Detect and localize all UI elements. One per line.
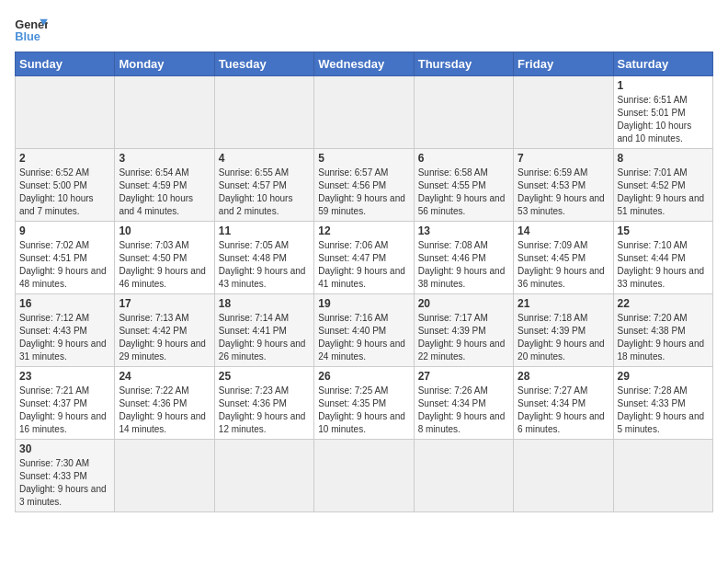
calendar-cell: 22Sunrise: 7:20 AM Sunset: 4:38 PM Dayli…	[613, 294, 712, 367]
day-info: Sunrise: 7:28 AM Sunset: 4:33 PM Dayligh…	[618, 385, 709, 436]
day-info: Sunrise: 7:27 AM Sunset: 4:34 PM Dayligh…	[518, 385, 609, 436]
day-number: 24	[119, 370, 210, 383]
day-number: 25	[219, 370, 310, 383]
calendar-cell	[314, 76, 414, 149]
calendar-cell: 2Sunrise: 6:52 AM Sunset: 5:00 PM Daylig…	[16, 149, 115, 222]
weekday-header-row: Sunday Monday Tuesday Wednesday Thursday…	[16, 52, 713, 76]
day-number: 1	[618, 79, 709, 92]
day-info: Sunrise: 7:10 AM Sunset: 4:44 PM Dayligh…	[618, 239, 709, 291]
calendar-row: 23Sunrise: 7:21 AM Sunset: 4:37 PM Dayli…	[16, 367, 713, 440]
calendar-cell	[214, 76, 313, 149]
day-info: Sunrise: 7:09 AM Sunset: 4:45 PM Dayligh…	[518, 239, 609, 291]
calendar-cell: 8Sunrise: 7:01 AM Sunset: 4:52 PM Daylig…	[613, 149, 712, 222]
day-number: 3	[119, 152, 210, 165]
calendar-cell: 29Sunrise: 7:28 AM Sunset: 4:33 PM Dayli…	[613, 367, 712, 440]
day-info: Sunrise: 7:14 AM Sunset: 4:41 PM Dayligh…	[219, 312, 310, 363]
day-info: Sunrise: 6:52 AM Sunset: 5:00 PM Dayligh…	[19, 167, 110, 218]
calendar-cell	[414, 440, 513, 512]
day-number: 8	[618, 152, 709, 165]
day-number: 28	[518, 370, 609, 383]
logo: General Blue	[15, 17, 48, 44]
day-number: 11	[219, 224, 310, 237]
calendar-cell: 20Sunrise: 7:17 AM Sunset: 4:39 PM Dayli…	[414, 294, 513, 367]
calendar-cell: 27Sunrise: 7:26 AM Sunset: 4:34 PM Dayli…	[414, 367, 513, 440]
day-number: 18	[219, 297, 310, 310]
calendar-cell: 12Sunrise: 7:06 AM Sunset: 4:47 PM Dayli…	[314, 222, 414, 294]
calendar-cell	[115, 440, 214, 512]
day-number: 2	[19, 152, 110, 165]
calendar-cell: 14Sunrise: 7:09 AM Sunset: 4:45 PM Dayli…	[514, 222, 613, 294]
svg-text:Blue: Blue	[15, 29, 40, 43]
day-info: Sunrise: 6:55 AM Sunset: 4:57 PM Dayligh…	[219, 167, 310, 218]
calendar-cell: 28Sunrise: 7:27 AM Sunset: 4:34 PM Dayli…	[514, 367, 613, 440]
calendar-cell: 30Sunrise: 7:30 AM Sunset: 4:33 PM Dayli…	[16, 440, 115, 512]
calendar-cell	[613, 440, 712, 512]
day-info: Sunrise: 7:01 AM Sunset: 4:52 PM Dayligh…	[618, 167, 709, 218]
day-info: Sunrise: 7:20 AM Sunset: 4:38 PM Dayligh…	[618, 312, 709, 363]
calendar-cell	[214, 440, 313, 512]
calendar-cell: 25Sunrise: 7:23 AM Sunset: 4:36 PM Dayli…	[214, 367, 313, 440]
day-number: 4	[219, 152, 310, 165]
calendar-cell	[414, 76, 513, 149]
calendar-row: 30Sunrise: 7:30 AM Sunset: 4:33 PM Dayli…	[16, 440, 713, 512]
day-number: 17	[119, 297, 210, 310]
day-info: Sunrise: 7:26 AM Sunset: 4:34 PM Dayligh…	[418, 385, 509, 436]
day-number: 14	[518, 224, 609, 237]
calendar-cell: 15Sunrise: 7:10 AM Sunset: 4:44 PM Dayli…	[613, 222, 712, 294]
calendar-cell: 11Sunrise: 7:05 AM Sunset: 4:48 PM Dayli…	[214, 222, 313, 294]
calendar-cell: 18Sunrise: 7:14 AM Sunset: 4:41 PM Dayli…	[214, 294, 313, 367]
day-number: 6	[418, 152, 509, 165]
day-number: 26	[318, 370, 409, 383]
calendar-cell: 24Sunrise: 7:22 AM Sunset: 4:36 PM Dayli…	[115, 367, 214, 440]
day-info: Sunrise: 6:59 AM Sunset: 4:53 PM Dayligh…	[518, 167, 609, 218]
calendar-row: 1Sunrise: 6:51 AM Sunset: 5:01 PM Daylig…	[16, 76, 713, 149]
day-info: Sunrise: 7:22 AM Sunset: 4:36 PM Dayligh…	[119, 385, 210, 436]
day-number: 15	[618, 224, 709, 237]
day-info: Sunrise: 7:02 AM Sunset: 4:51 PM Dayligh…	[19, 239, 110, 291]
calendar-cell: 21Sunrise: 7:18 AM Sunset: 4:39 PM Dayli…	[514, 294, 613, 367]
day-info: Sunrise: 7:16 AM Sunset: 4:40 PM Dayligh…	[318, 312, 409, 363]
logo-icon: General Blue	[15, 17, 48, 44]
day-number: 7	[518, 152, 609, 165]
calendar-row: 16Sunrise: 7:12 AM Sunset: 4:43 PM Dayli…	[16, 294, 713, 367]
calendar-cell: 17Sunrise: 7:13 AM Sunset: 4:42 PM Dayli…	[115, 294, 214, 367]
day-info: Sunrise: 6:58 AM Sunset: 4:55 PM Dayligh…	[418, 167, 509, 218]
day-info: Sunrise: 7:25 AM Sunset: 4:35 PM Dayligh…	[318, 385, 409, 436]
header-tuesday: Tuesday	[214, 52, 313, 76]
header-sunday: Sunday	[16, 52, 115, 76]
day-info: Sunrise: 7:05 AM Sunset: 4:48 PM Dayligh…	[219, 239, 310, 291]
calendar-table: Sunday Monday Tuesday Wednesday Thursday…	[15, 52, 713, 512]
header-saturday: Saturday	[613, 52, 712, 76]
day-info: Sunrise: 7:23 AM Sunset: 4:36 PM Dayligh…	[219, 385, 310, 436]
day-number: 23	[19, 370, 110, 383]
day-info: Sunrise: 7:17 AM Sunset: 4:39 PM Dayligh…	[418, 312, 509, 363]
header-monday: Monday	[115, 52, 214, 76]
header-wednesday: Wednesday	[314, 52, 414, 76]
calendar-cell: 26Sunrise: 7:25 AM Sunset: 4:35 PM Dayli…	[314, 367, 414, 440]
calendar-cell: 1Sunrise: 6:51 AM Sunset: 5:01 PM Daylig…	[613, 76, 712, 149]
day-info: Sunrise: 7:30 AM Sunset: 4:33 PM Dayligh…	[19, 457, 110, 509]
day-number: 12	[318, 224, 409, 237]
day-number: 16	[19, 297, 110, 310]
day-info: Sunrise: 7:03 AM Sunset: 4:50 PM Dayligh…	[119, 239, 210, 291]
header: General Blue	[15, 9, 713, 44]
day-number: 5	[318, 152, 409, 165]
day-number: 10	[119, 224, 210, 237]
calendar-cell: 16Sunrise: 7:12 AM Sunset: 4:43 PM Dayli…	[16, 294, 115, 367]
calendar-cell: 10Sunrise: 7:03 AM Sunset: 4:50 PM Dayli…	[115, 222, 214, 294]
calendar-cell	[514, 440, 613, 512]
calendar-cell: 4Sunrise: 6:55 AM Sunset: 4:57 PM Daylig…	[214, 149, 313, 222]
day-number: 13	[418, 224, 509, 237]
calendar-cell: 9Sunrise: 7:02 AM Sunset: 4:51 PM Daylig…	[16, 222, 115, 294]
day-info: Sunrise: 7:13 AM Sunset: 4:42 PM Dayligh…	[119, 312, 210, 363]
calendar-cell	[514, 76, 613, 149]
day-number: 20	[418, 297, 509, 310]
calendar-row: 9Sunrise: 7:02 AM Sunset: 4:51 PM Daylig…	[16, 222, 713, 294]
calendar-row: 2Sunrise: 6:52 AM Sunset: 5:00 PM Daylig…	[16, 149, 713, 222]
day-info: Sunrise: 7:21 AM Sunset: 4:37 PM Dayligh…	[19, 385, 110, 436]
day-number: 30	[19, 442, 110, 455]
calendar-cell: 7Sunrise: 6:59 AM Sunset: 4:53 PM Daylig…	[514, 149, 613, 222]
day-number: 9	[19, 224, 110, 237]
day-number: 19	[318, 297, 409, 310]
calendar-cell: 19Sunrise: 7:16 AM Sunset: 4:40 PM Dayli…	[314, 294, 414, 367]
